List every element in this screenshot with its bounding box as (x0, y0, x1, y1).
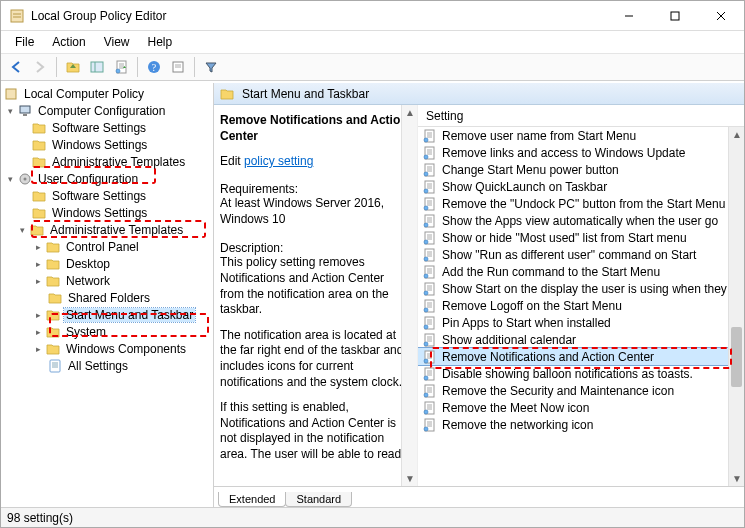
expand-icon[interactable]: ▸ (31, 259, 45, 269)
scroll-down-icon[interactable]: ▼ (405, 473, 415, 484)
tree-cc-admin[interactable]: Administrative Templates (1, 153, 213, 170)
expand-icon[interactable]: ▸ (31, 276, 45, 286)
setting-row[interactable]: Add the Run command to the Start Menu (418, 263, 728, 280)
policy-icon (422, 214, 438, 228)
requirements-label: Requirements: (220, 182, 409, 196)
collapse-icon[interactable]: ▾ (3, 106, 17, 116)
column-header-setting[interactable]: Setting (418, 105, 744, 127)
setting-row[interactable]: Remove Logoff on the Start Menu (418, 297, 728, 314)
setting-label: Remove the Security and Maintenance icon (442, 384, 674, 398)
setting-label: Remove user name from Start Menu (442, 129, 636, 143)
menu-action[interactable]: Action (44, 33, 93, 51)
close-button[interactable] (698, 1, 744, 31)
setting-row[interactable]: Disable showing balloon notifications as… (418, 365, 728, 382)
expand-icon[interactable]: ▸ (31, 344, 45, 354)
setting-row[interactable]: Change Start Menu power button (418, 161, 728, 178)
tree-all-settings[interactable]: All Settings (1, 357, 213, 374)
svg-rect-13 (11, 10, 23, 22)
scroll-up-icon[interactable]: ▲ (405, 107, 415, 118)
export-list-button[interactable] (110, 56, 132, 78)
tree-uc-windows[interactable]: Windows Settings (1, 204, 213, 221)
gear-icon (17, 172, 33, 186)
tree-network[interactable]: ▸Network (1, 272, 213, 289)
setting-label: Add the Run command to the Start Menu (442, 265, 660, 279)
setting-row[interactable]: Remove the Meet Now icon (418, 399, 728, 416)
detail-scrollbar[interactable]: ▲ ▼ (401, 105, 417, 486)
back-button[interactable] (5, 56, 27, 78)
maximize-button[interactable] (652, 1, 698, 31)
svg-rect-27 (6, 89, 16, 99)
tree-user-config[interactable]: ▾ User Configuration (1, 170, 213, 187)
status-text: 98 setting(s) (7, 511, 73, 525)
tree-uc-software[interactable]: Software Settings (1, 187, 213, 204)
setting-label: Show "Run as different user" command on … (442, 248, 696, 262)
show-hide-tree-button[interactable] (86, 56, 108, 78)
setting-row[interactable]: Remove the Security and Maintenance icon (418, 382, 728, 399)
filter-button[interactable] (200, 56, 222, 78)
forward-button[interactable] (29, 56, 51, 78)
setting-title: Remove Notifications and Action Center (220, 113, 409, 144)
setting-label: Pin Apps to Start when installed (442, 316, 611, 330)
setting-row[interactable]: Remove Notifications and Action Center (418, 348, 728, 365)
setting-label: Remove Notifications and Action Center (442, 350, 654, 364)
collapse-icon[interactable]: ▾ (3, 174, 17, 184)
setting-row[interactable]: Show the Apps view automatically when th… (418, 212, 728, 229)
policy-icon (422, 299, 438, 313)
setting-row[interactable]: Show or hide "Most used" list from Start… (418, 229, 728, 246)
setting-row[interactable]: Remove the "Undock PC" button from the S… (418, 195, 728, 212)
description-label: Description: (220, 241, 409, 255)
setting-row[interactable]: Pin Apps to Start when installed (418, 314, 728, 331)
tree-pane[interactable]: Local Computer Policy ▾ Computer Configu… (1, 83, 214, 507)
help-button[interactable]: ? (143, 56, 165, 78)
toolbar: ? (1, 53, 744, 81)
policy-icon (422, 197, 438, 211)
path-header: Start Menu and Taskbar (214, 83, 744, 105)
tree-windows-components[interactable]: ▸Windows Components (1, 340, 213, 357)
detail-info-pane: Remove Notifications and Action Center E… (214, 105, 418, 486)
setting-label: Change Start Menu power button (442, 163, 619, 177)
tree-system[interactable]: ▸System (1, 323, 213, 340)
policy-icon (422, 418, 438, 432)
setting-row[interactable]: Show additional calendar (418, 331, 728, 348)
tree-cc-windows[interactable]: Windows Settings (1, 136, 213, 153)
setting-label: Show or hide "Most used" list from Start… (442, 231, 687, 245)
expand-icon[interactable]: ▸ (31, 310, 45, 320)
expand-icon[interactable]: ▸ (31, 327, 45, 337)
collapse-icon[interactable]: ▾ (15, 225, 29, 235)
edit-policy-link[interactable]: policy setting (244, 154, 313, 168)
description-p2: The notification area is located at the … (220, 328, 409, 390)
scroll-up-icon[interactable]: ▲ (732, 129, 742, 140)
scrollbar-thumb[interactable] (731, 327, 742, 387)
setting-row[interactable]: Show QuickLaunch on Taskbar (418, 178, 728, 195)
tree-computer-config[interactable]: ▾ Computer Configuration (1, 102, 213, 119)
menu-view[interactable]: View (96, 33, 138, 51)
policy-icon (422, 248, 438, 262)
scroll-down-icon[interactable]: ▼ (732, 473, 742, 484)
tree-root[interactable]: Local Computer Policy (1, 85, 213, 102)
setting-row[interactable]: Remove links and access to Windows Updat… (418, 144, 728, 161)
tree-uc-admin[interactable]: ▾ Administrative Templates (1, 221, 213, 238)
setting-row[interactable]: Remove the networking icon (418, 416, 728, 433)
menu-file[interactable]: File (7, 33, 42, 51)
tree-shared-folders[interactable]: Shared Folders (1, 289, 213, 306)
tree-control-panel[interactable]: ▸Control Panel (1, 238, 213, 255)
tree-desktop[interactable]: ▸Desktop (1, 255, 213, 272)
expand-icon[interactable]: ▸ (31, 242, 45, 252)
tab-extended[interactable]: Extended (218, 492, 286, 507)
setting-row[interactable]: Show Start on the display the user is us… (418, 280, 728, 297)
setting-label: Remove links and access to Windows Updat… (442, 146, 685, 160)
policy-icon (422, 333, 438, 347)
setting-row[interactable]: Remove user name from Start Menu (418, 127, 728, 144)
menu-help[interactable]: Help (140, 33, 181, 51)
setting-row[interactable]: Show "Run as different user" command on … (418, 246, 728, 263)
tree-cc-software[interactable]: Software Settings (1, 119, 213, 136)
settings-scrollbar[interactable]: ▲ ▼ (728, 127, 744, 486)
svg-rect-20 (91, 62, 103, 72)
tab-standard[interactable]: Standard (285, 492, 352, 507)
minimize-button[interactable] (606, 1, 652, 31)
up-button[interactable] (62, 56, 84, 78)
tree-start-menu-taskbar[interactable]: ▸Start Menu and Taskbar (1, 306, 213, 323)
requirements-text: At least Windows Server 2016, Windows 10 (220, 196, 409, 227)
settings-list[interactable]: Remove user name from Start MenuRemove l… (418, 127, 728, 486)
properties-button[interactable] (167, 56, 189, 78)
